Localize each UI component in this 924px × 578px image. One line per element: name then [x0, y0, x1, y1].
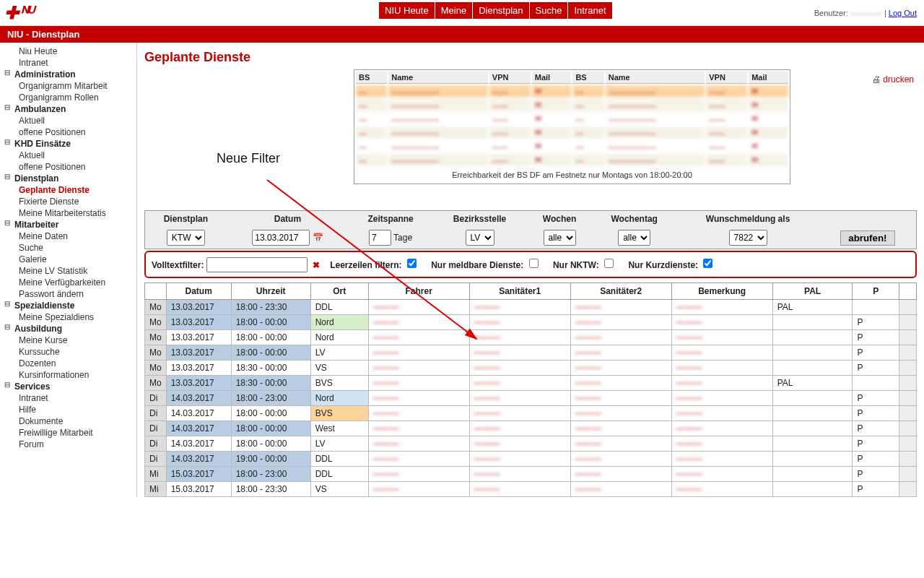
- sidebar-kursinformationen[interactable]: Kursinformationen: [14, 369, 135, 381]
- sidebar-organigramm-rollen[interactable]: Organigramm Rollen: [14, 92, 135, 103]
- sidebar-kurssuche[interactable]: Kurssuche: [14, 346, 135, 358]
- kurzdienste-checkbox[interactable]: [703, 259, 712, 268]
- table-row[interactable]: Mi15.03.201718:00 - 23:30VS————————————P: [145, 482, 917, 497]
- abrufen-button[interactable]: abrufen!: [840, 230, 894, 246]
- table-row[interactable]: Di14.03.201719:00 - 00:00DDL————————————…: [145, 452, 917, 467]
- nav-niu heute[interactable]: NIU Heute: [379, 2, 435, 19]
- sidebar-offene-positionen[interactable]: offene Positionen: [14, 161, 135, 173]
- printer-icon: 🖨: [872, 74, 881, 85]
- user-label: Benutzer:: [814, 9, 848, 17]
- nav-meine[interactable]: Meine: [435, 2, 472, 19]
- sidebar-aktuell[interactable]: Aktuell: [14, 115, 135, 126]
- sidebar-suche[interactable]: Suche: [14, 242, 135, 254]
- sidebar-mitarbeiter[interactable]: Mitarbeiter: [4, 219, 135, 230]
- sidebar-intranet[interactable]: Intranet: [14, 392, 135, 404]
- wochen-select[interactable]: alle: [544, 230, 576, 246]
- sidebar-niu-heute[interactable]: Niu Heute: [14, 46, 135, 57]
- sidebar-meine-spezialdiens[interactable]: Meine Spezialdiens: [14, 311, 135, 323]
- sidebar-meine-mitarbeiterstatis[interactable]: Meine Mitarbeiterstatis: [14, 207, 135, 219]
- sidebar-khd-einsätze[interactable]: KHD Einsätze: [4, 138, 135, 150]
- table-row[interactable]: Di14.03.201718:00 - 00:00West———————————…: [145, 421, 917, 436]
- sidebar-galerie[interactable]: Galerie: [14, 254, 135, 265]
- meldbare-checkbox[interactable]: [529, 259, 539, 268]
- sidebar-dokumente[interactable]: Dokumente: [14, 415, 135, 427]
- sidebar-intranet[interactable]: Intranet: [14, 57, 135, 69]
- dienstplan-select[interactable]: KTW: [167, 230, 205, 246]
- user-box: Benutzer: ———— | Log Out: [814, 9, 917, 17]
- sidebar-passwort-ändern[interactable]: Passwort ändern: [14, 288, 135, 300]
- print-link[interactable]: 🖨 drucken: [872, 74, 914, 85]
- sidebar-organigramm-mitarbeit[interactable]: Organigramm Mitarbeit: [14, 80, 135, 92]
- annotation-label: Neue Filter: [217, 151, 280, 166]
- info-panel: BSNameVPNMailBSNameVPNMail —————————✉———…: [354, 69, 790, 184]
- top-nav: NIU HeuteMeineDienstplanSucheIntranet: [379, 2, 613, 19]
- volltext-label: Volltextfilter:: [152, 260, 204, 270]
- logout-link[interactable]: Log Out: [889, 9, 917, 17]
- sidebar-fixierte-dienste[interactable]: Fixierte Dienste: [14, 196, 135, 207]
- app-logo[interactable]: ✚ ᴺᴵᵁ: [4, 3, 32, 23]
- sidebar-offene-positionen[interactable]: offene Positionen: [14, 126, 135, 138]
- table-row[interactable]: Di14.03.201718:00 - 00:00LV————————————P: [145, 436, 917, 452]
- wochentag-select[interactable]: alle: [618, 230, 650, 246]
- table-row[interactable]: Mo13.03.201718:30 - 00:00VS————————————P: [145, 361, 917, 376]
- sidebar-aktuell[interactable]: Aktuell: [14, 150, 135, 161]
- sidebar-ambulanzen[interactable]: Ambulanzen: [4, 103, 135, 115]
- sidebar-meine-daten[interactable]: Meine Daten: [14, 230, 135, 242]
- section-bar: NIU - Dienstplan: [0, 26, 924, 43]
- sidebar-geplante-dienste[interactable]: Geplante Dienste: [14, 184, 135, 196]
- sidebar-ausbildung[interactable]: Ausbildung: [4, 323, 135, 335]
- sidebar-administration[interactable]: Administration: [4, 69, 135, 80]
- nktw-checkbox[interactable]: [604, 259, 614, 268]
- sidebar-forum[interactable]: Forum: [14, 439, 135, 450]
- sidebar-spezialdienste[interactable]: Spezialdienste: [4, 300, 135, 311]
- sidebar-freiwillige-mitarbeit[interactable]: Freiwillige Mitarbeit: [14, 427, 135, 439]
- table-row[interactable]: Di14.03.201718:00 - 00:00BVS————————————…: [145, 406, 917, 421]
- sidebar-meine-verfügbarkeiten[interactable]: Meine Verfügbarkeiten: [14, 277, 135, 288]
- sidebar-hilfe[interactable]: Hilfe: [14, 404, 135, 415]
- table-row[interactable]: Di14.03.201718:00 - 23:00Nord———————————…: [145, 391, 917, 406]
- sidebar-meine-lv-statistik[interactable]: Meine LV Statistik: [14, 265, 135, 277]
- sidebar-services[interactable]: Services: [4, 381, 135, 392]
- sidebar-dienstplan[interactable]: Dienstplan: [4, 173, 135, 184]
- nav-dienstplan[interactable]: Dienstplan: [473, 2, 528, 19]
- table-row[interactable]: Mo13.03.201718:30 - 00:00BVS————————————…: [145, 376, 917, 391]
- table-row[interactable]: Mi15.03.201718:00 - 23:00DDL————————————…: [145, 467, 917, 482]
- sidebar: Niu HeuteIntranetAdministrationOrganigra…: [0, 43, 137, 497]
- nav-intranet[interactable]: Intranet: [568, 2, 611, 19]
- user-name: ————: [850, 9, 882, 17]
- nav-suche[interactable]: Suche: [530, 2, 568, 19]
- sidebar-meine-kurse[interactable]: Meine Kurse: [14, 335, 135, 346]
- wunsch-select[interactable]: 7822: [729, 230, 767, 246]
- sidebar-dozenten[interactable]: Dozenten: [14, 358, 135, 369]
- page-title: Geplante Dienste: [144, 50, 917, 65]
